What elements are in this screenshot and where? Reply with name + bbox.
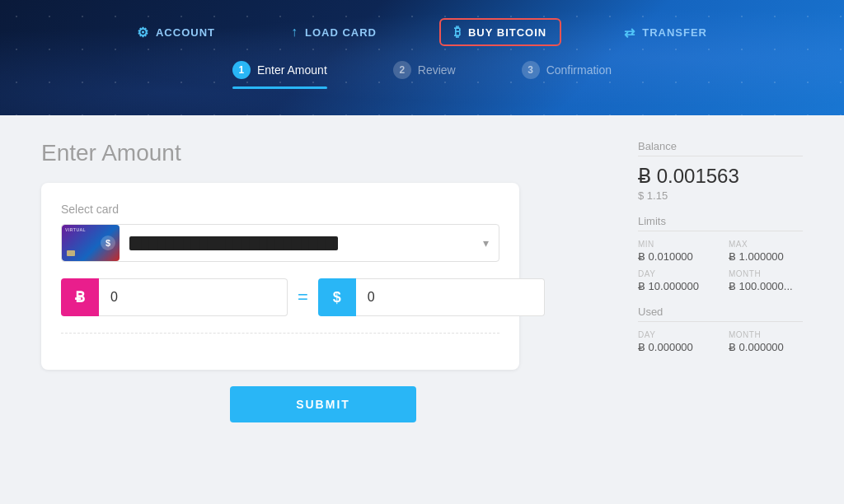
balance-divider	[638, 156, 803, 156]
balance-label: Balance	[638, 140, 803, 152]
card-dropdown-arrow-icon[interactable]: ▾	[473, 236, 499, 250]
step-confirmation[interactable]: 3Confirmation	[522, 61, 612, 87]
limits-label: Limits	[638, 215, 803, 227]
usd-icon: $	[318, 278, 356, 316]
step-label-review: Review	[418, 63, 456, 77]
step-num-confirmation: 3	[522, 61, 540, 79]
account-icon: ⚙	[137, 25, 149, 40]
nav-item-buy-bitcoin[interactable]: ₿BUY BITCOIN	[439, 18, 561, 46]
balance-section: Balance Ƀ 0.001563 $ 1.15	[638, 140, 803, 202]
btc-balance: Ƀ 0.001563	[638, 165, 803, 188]
used-item-day: DAYɃ 0.000000	[638, 330, 712, 353]
nav-item-account[interactable]: ⚙ACCOUNT	[124, 20, 228, 45]
submit-button[interactable]: SUBMIT	[230, 386, 416, 422]
buy-bitcoin-icon: ₿	[454, 25, 462, 40]
step-review[interactable]: 2Review	[393, 61, 456, 87]
limit-key-day: DAY	[638, 269, 712, 278]
limits-grid: MINɃ 0.010000MAXɃ 1.000000DAYɃ 10.000000…	[638, 240, 803, 292]
used-label: Used	[638, 306, 803, 318]
step-enter-amount[interactable]: 1Enter Amount	[232, 61, 327, 87]
transfer-icon: ⇄	[624, 25, 635, 40]
submit-row: SUBMIT	[41, 386, 605, 422]
select-card-label: Select card	[61, 203, 499, 216]
limits-divider	[638, 231, 803, 231]
limit-item-min: MINɃ 0.010000	[638, 240, 712, 263]
limit-key-min: MIN	[638, 240, 712, 249]
steps-bar: 1Enter Amount2Review3Confirmation	[0, 61, 844, 87]
used-section: Used DAYɃ 0.000000MONTHɃ 0.000000	[638, 306, 803, 353]
limit-val-min: Ƀ 0.010000	[638, 250, 712, 263]
step-num-enter-amount: 1	[232, 61, 251, 79]
usd-amount-input[interactable]	[356, 278, 545, 316]
limit-val-month: Ƀ 100.0000...	[729, 280, 803, 292]
used-val-month: Ƀ 0.000000	[729, 341, 803, 353]
card-panel: Select card $ ████████████████████████ ▾…	[41, 183, 519, 370]
step-label-enter-amount: Enter Amount	[257, 63, 327, 77]
step-num-review: 2	[393, 61, 411, 79]
page-title: Enter Amount	[41, 140, 605, 166]
limit-key-max: MAX	[729, 240, 803, 249]
limit-val-day: Ƀ 10.000000	[638, 280, 712, 292]
step-label-confirmation: Confirmation	[546, 63, 612, 77]
amount-row: Ƀ = $	[61, 278, 499, 316]
load-card-icon: ↑	[291, 25, 298, 40]
used-key-day: DAY	[638, 330, 712, 339]
used-val-day: Ƀ 0.000000	[638, 341, 712, 353]
transfer-label: TRANSFER	[642, 26, 707, 39]
btc-amount-input[interactable]	[99, 278, 288, 316]
limit-key-month: MONTH	[729, 269, 803, 278]
nav-item-transfer[interactable]: ⇄TRANSFER	[611, 20, 720, 45]
limit-item-month: MONTHɃ 100.0000...	[729, 269, 803, 292]
content: Enter Amount Select card $ █████████████…	[0, 115, 844, 504]
used-item-month: MONTHɃ 0.000000	[729, 330, 803, 353]
header: ⚙ACCOUNT↑LOAD CARD₿BUY BITCOIN⇄TRANSFER …	[0, 0, 844, 115]
used-key-month: MONTH	[729, 330, 803, 339]
nav-bar: ⚙ACCOUNT↑LOAD CARD₿BUY BITCOIN⇄TRANSFER	[0, 0, 844, 46]
used-grid: DAYɃ 0.000000MONTHɃ 0.000000	[638, 330, 803, 353]
limit-val-max: Ƀ 1.000000	[729, 250, 803, 263]
limit-item-day: DAYɃ 10.000000	[638, 269, 712, 292]
dashed-divider	[61, 333, 499, 334]
equals-sign: =	[298, 287, 308, 308]
limits-section: Limits MINɃ 0.010000MAXɃ 1.000000DAYɃ 10…	[638, 215, 803, 292]
nav-item-load-card[interactable]: ↑LOAD CARD	[278, 20, 390, 44]
right-panel: Balance Ƀ 0.001563 $ 1.15 Limits MINɃ 0.…	[605, 140, 803, 479]
limit-item-max: MAXɃ 1.000000	[729, 240, 803, 263]
used-divider	[638, 321, 803, 322]
btc-amount-group: Ƀ	[61, 278, 288, 316]
load-card-label: LOAD CARD	[305, 26, 377, 39]
card-select-wrapper[interactable]: $ ████████████████████████ ▾	[61, 224, 499, 262]
usd-amount-group: $	[318, 278, 545, 316]
usd-balance: $ 1.15	[638, 189, 803, 202]
card-number-display: ████████████████████████	[120, 228, 473, 258]
card-chip	[67, 250, 75, 256]
buy-bitcoin-label: BUY BITCOIN	[468, 26, 546, 39]
btc-icon: Ƀ	[61, 278, 99, 316]
left-panel: Enter Amount Select card $ █████████████…	[41, 140, 605, 479]
account-label: ACCOUNT	[156, 26, 215, 39]
card-dollar-icon: $	[101, 236, 115, 250]
virtual-card-image: $	[62, 225, 120, 261]
